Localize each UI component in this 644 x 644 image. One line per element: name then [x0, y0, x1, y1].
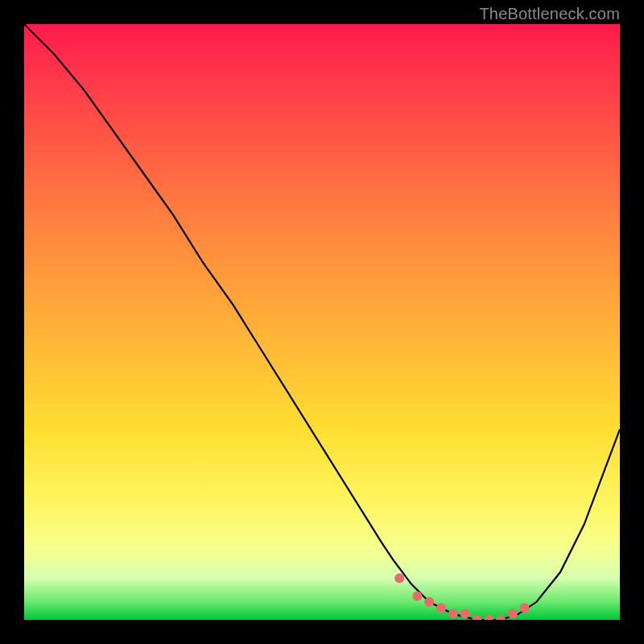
marker-dot: [472, 615, 481, 620]
sweet-spot-markers: [394, 573, 529, 620]
chart-svg: [24, 24, 620, 620]
marker-dot: [484, 615, 493, 620]
marker-dot: [448, 609, 458, 619]
marker-dot: [508, 609, 518, 619]
marker-dot: [394, 573, 404, 583]
chart-frame: TheBottleneck.com: [0, 0, 644, 644]
marker-dot: [436, 603, 446, 613]
marker-dot: [496, 615, 506, 620]
marker-dot: [520, 603, 530, 613]
marker-dot: [460, 609, 470, 619]
marker-dot: [412, 591, 422, 601]
marker-dot: [424, 597, 434, 607]
watermark-text: TheBottleneck.com: [479, 5, 620, 23]
bottleneck-curve: [24, 24, 620, 620]
plot-area: [24, 24, 620, 620]
